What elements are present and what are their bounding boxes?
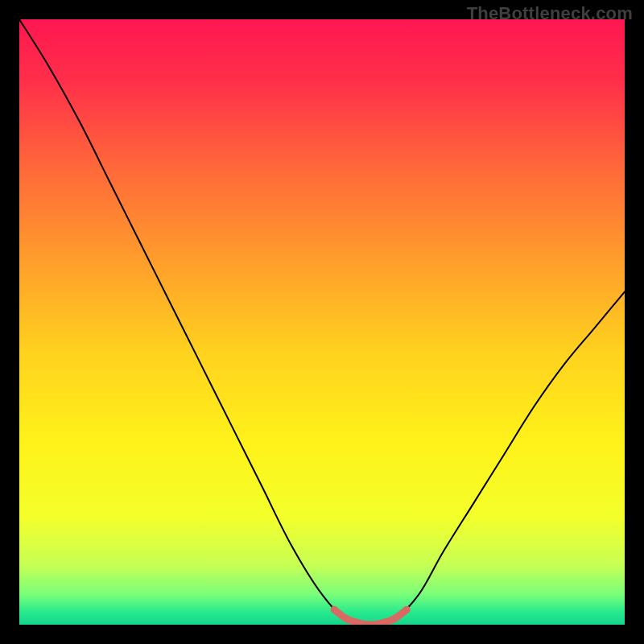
chart-frame: TheBottleneck.com: [0, 0, 644, 644]
optimal-band-curve: [334, 609, 407, 625]
chart-plot-area: [19, 19, 625, 625]
chart-curve-layer: [19, 19, 625, 625]
bottleneck-curve: [19, 19, 625, 625]
